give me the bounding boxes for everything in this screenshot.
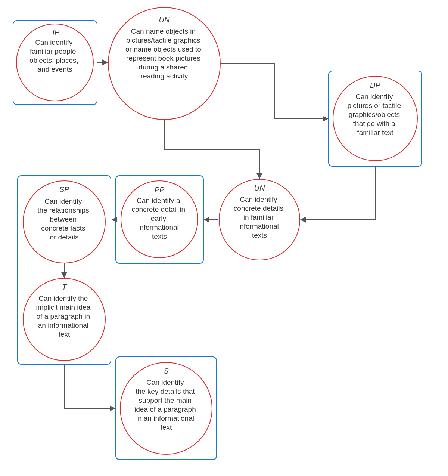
svg-text:DP: DP <box>370 81 380 89</box>
node-un1-circle: UN Can name objects in pictures/tactile … <box>108 7 220 120</box>
node-t-circle: T Can identify the implicit main idea of… <box>23 278 105 361</box>
edge-t-s <box>64 364 115 408</box>
edge-dp-un2 <box>301 166 375 220</box>
node-un2-circle: UN Can identify concrete details in fami… <box>219 179 300 260</box>
node-ip-circle: IP Can identify familiar people, objects… <box>16 24 93 101</box>
node-sp-circle: SP Can identify the relationships betwee… <box>23 181 105 263</box>
svg-text:PP: PP <box>155 186 165 194</box>
svg-text:UN: UN <box>159 16 170 24</box>
node-s-code: S <box>164 367 169 375</box>
svg-text:S: S <box>164 367 169 375</box>
svg-text:SP: SP <box>59 185 69 194</box>
node-ip-code: IP <box>53 28 60 36</box>
node-pp-code: PP <box>155 186 165 194</box>
node-sp-code: SP <box>59 185 69 194</box>
node-s-circle: S Can identify the key details that supp… <box>120 362 212 454</box>
svg-text:UN: UN <box>254 184 265 192</box>
svg-text:IP: IP <box>53 28 60 36</box>
node-un1-code: UN <box>159 16 170 24</box>
node-t-code: T <box>62 283 67 291</box>
svg-text:T: T <box>62 283 67 291</box>
node-dp-circle: DP Can identify pictures or tactile grap… <box>333 76 417 161</box>
node-un2-code: UN <box>254 184 265 192</box>
edge-un1-un2 <box>164 120 259 179</box>
node-dp-code: DP <box>370 81 380 89</box>
node-pp-circle: PP Can identify a concrete detail in ear… <box>121 181 198 258</box>
edge-un1-dp <box>220 64 328 119</box>
